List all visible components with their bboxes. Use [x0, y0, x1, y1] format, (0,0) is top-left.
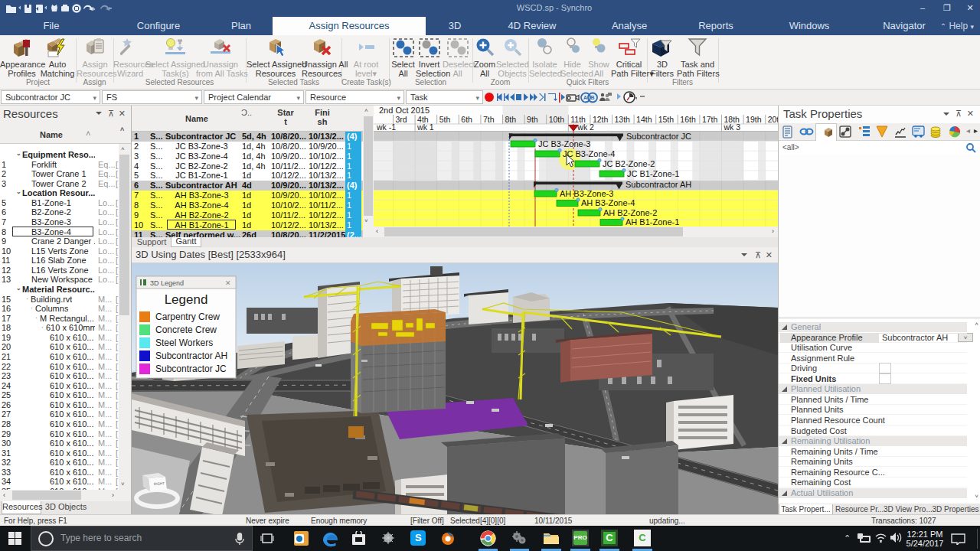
- svg-text:Steel Workers: Steel Workers: [155, 337, 213, 348]
- svg-text:Subcontractor JC: Subcontractor JC: [155, 364, 227, 374]
- svg-text:✕: ✕: [225, 279, 231, 287]
- svg-text:RIGHT: RIGHT: [154, 481, 165, 486]
- svg-text:AH B2-Zone-2: AH B2-Zone-2: [603, 208, 657, 217]
- svg-text:Carpentry Crew: Carpentry Crew: [155, 311, 220, 322]
- svg-text:14th: 14th: [636, 115, 652, 124]
- svg-text:7th: 7th: [483, 115, 495, 124]
- svg-text:20th: 20th: [768, 115, 778, 124]
- svg-text:2nd Oct 2015: 2nd Oct 2015: [379, 106, 430, 115]
- svg-text:9th: 9th: [527, 115, 538, 124]
- svg-text:JC B3-Zone-3: JC B3-Zone-3: [538, 139, 590, 148]
- svg-text:17th: 17th: [702, 115, 718, 124]
- svg-text:5th: 5th: [439, 115, 451, 124]
- svg-text:B: B: [591, 95, 595, 100]
- svg-text:19th: 19th: [746, 115, 762, 124]
- svg-text:10th: 10th: [549, 115, 565, 124]
- svg-text:13th: 13th: [615, 115, 631, 124]
- svg-text:A: A: [583, 95, 587, 100]
- svg-text:AH B3-Zone-4: AH B3-Zone-4: [581, 198, 635, 207]
- svg-text:wk -1: wk -1: [376, 122, 396, 132]
- svg-text:wk 2: wk 2: [577, 122, 594, 132]
- svg-text:6th: 6th: [461, 115, 472, 124]
- svg-text:Subcontractor JC: Subcontractor JC: [626, 132, 691, 141]
- svg-text:AH B3-Zone-3: AH B3-Zone-3: [560, 189, 613, 198]
- svg-text:wk 3: wk 3: [724, 122, 741, 132]
- svg-text:Concrete Crew: Concrete Crew: [155, 324, 217, 335]
- svg-text:8th: 8th: [505, 115, 517, 124]
- svg-text:Legend: Legend: [165, 292, 208, 307]
- svg-text:Subcontractor AH: Subcontractor AH: [626, 180, 691, 189]
- svg-text:3rd: 3rd: [396, 115, 407, 124]
- svg-text:JC B2-Zone-2: JC B2-Zone-2: [603, 159, 655, 168]
- svg-text:16th: 16th: [680, 115, 696, 124]
- svg-text:AH B1-Zone-1: AH B1-Zone-1: [626, 217, 679, 227]
- svg-text:wk 1: wk 1: [416, 122, 434, 132]
- svg-text:3D Legend: 3D Legend: [150, 279, 184, 287]
- svg-text:15th: 15th: [658, 115, 675, 124]
- svg-text:Subcontractor AH: Subcontractor AH: [155, 350, 227, 361]
- svg-text:JC B3-Zone-4: JC B3-Zone-4: [563, 149, 615, 158]
- svg-text:JC B1-Zone-1: JC B1-Zone-1: [627, 169, 679, 178]
- svg-text:12th: 12th: [593, 115, 609, 124]
